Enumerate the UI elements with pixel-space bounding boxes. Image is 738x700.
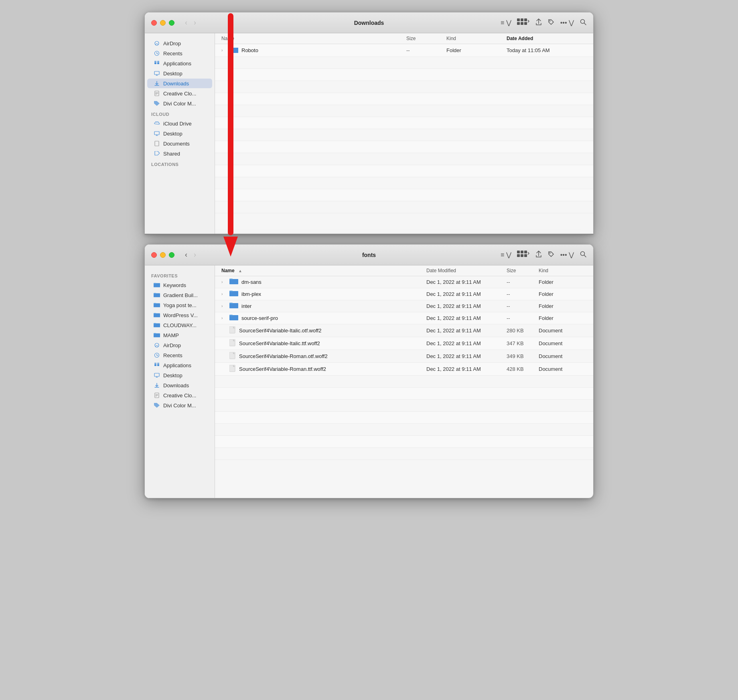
file-icon-6: [229, 352, 236, 360]
file-row-4[interactable]: SourceSerif4Variable-Italic.otf.woff2 De…: [215, 324, 593, 337]
sidebar-label-downloads-2: Downloads: [163, 382, 189, 388]
search-icon-2[interactable]: [580, 251, 587, 259]
sidebar-item-divi-2[interactable]: Divi Color M...: [147, 401, 212, 410]
file-row-3[interactable]: › source-serif-pro Dec 1, 2022 at 9:11 A…: [215, 312, 593, 324]
date-modified-5: Dec 1, 2022 at 9:11 AM: [426, 340, 507, 346]
sidebar-item-icloud-drive-1[interactable]: iCloud Drive: [147, 119, 212, 128]
expand-arrow-3[interactable]: ›: [221, 316, 226, 320]
desktop-icon-2: [154, 372, 160, 378]
sidebar-label-applications-2: Applications: [163, 362, 191, 368]
svg-rect-53: [154, 333, 156, 334]
sidebar-item-keywords[interactable]: Keywords: [147, 280, 212, 290]
file-row-1[interactable]: › ibm-plex Dec 1, 2022 at 9:11 AM -- Fol…: [215, 288, 593, 300]
more-icon-2[interactable]: ••• ⋁: [560, 251, 574, 259]
close-button-2[interactable]: [151, 252, 157, 258]
sidebar-item-applications-1[interactable]: Applications: [147, 59, 212, 68]
sidebar-item-mamp[interactable]: MAMP: [147, 330, 212, 340]
date-modified-4: Dec 1, 2022 at 9:11 AM: [426, 328, 507, 334]
sidebar-item-recents-1[interactable]: Recents: [147, 49, 212, 58]
sidebar-item-wordpress[interactable]: WordPress V...: [147, 310, 212, 320]
sidebar-item-yoga[interactable]: Yoga post te...: [147, 300, 212, 310]
window-title-2: fonts: [362, 252, 376, 258]
expand-arrow-0[interactable]: ›: [221, 280, 226, 284]
file-row-roboto[interactable]: › Roboto -- Fold: [215, 44, 593, 57]
sidebar-item-downloads-2[interactable]: Downloads: [147, 380, 212, 390]
kind-7: Document: [539, 366, 587, 372]
expand-arrow-1[interactable]: ›: [221, 292, 226, 296]
back-button-1[interactable]: ‹: [182, 18, 190, 28]
sidebar-item-creative-1[interactable]: Creative Clo...: [147, 89, 212, 98]
svg-rect-37: [521, 254, 523, 257]
file-icon-5: [229, 339, 236, 348]
desktop-icon-1: [154, 70, 160, 77]
kind-2: Folder: [539, 303, 587, 309]
sidebar-label-airdrop-2: AirDrop: [163, 342, 181, 348]
shared-icon-1: [154, 150, 160, 157]
sidebar-item-desktop-1[interactable]: Desktop: [147, 69, 212, 78]
close-button-1[interactable]: [151, 20, 157, 26]
sidebar-item-airdrop-2[interactable]: AirDrop: [147, 340, 212, 350]
forward-button-2[interactable]: ›: [191, 250, 199, 260]
more-icon-1[interactable]: ••• ⋁: [560, 19, 574, 26]
size-roboto: --: [406, 47, 446, 53]
file-label-2: inter: [241, 303, 251, 309]
sidebar-item-gradient-buil[interactable]: Gradient Buil...: [147, 290, 212, 300]
sidebar-label-icloud-drive-1: iCloud Drive: [163, 121, 192, 127]
list-view-icon-2[interactable]: ≡ ⋁: [501, 251, 511, 259]
sidebar-item-applications-2[interactable]: Applications: [147, 360, 212, 370]
sidebar-item-desktop-2[interactable]: Desktop: [147, 370, 212, 380]
svg-point-39: [549, 252, 550, 253]
sidebar-item-documents-1[interactable]: Documents: [147, 139, 212, 148]
sidebar-item-divi-1[interactable]: Divi Color M...: [147, 99, 212, 108]
file-list-2: Name ▲ Date Modified Size Kind › dm-sans…: [215, 265, 593, 498]
search-icon-1[interactable]: [580, 18, 587, 27]
empty-row: [215, 165, 593, 177]
empty-row-2e: [215, 424, 593, 436]
file-row-5[interactable]: SourceSerif4Variable-Italic.ttf.woff2 De…: [215, 337, 593, 350]
date-modified-7: Dec 1, 2022 at 9:11 AM: [426, 366, 507, 372]
sidebar-item-icloud-desktop-1[interactable]: Desktop: [147, 129, 212, 138]
applications-icon-1: [154, 60, 160, 67]
grid-view-icon-1[interactable]: [517, 18, 530, 27]
empty-row: [215, 69, 593, 81]
gradient-folder-icon: [154, 292, 160, 298]
file-row-7[interactable]: SourceSerif4Variable-Roman.ttf.woff2 Dec…: [215, 363, 593, 376]
creative-icon-2: [154, 392, 160, 399]
file-row-6[interactable]: SourceSerif4Variable-Roman.otf.woff2 Dec…: [215, 350, 593, 363]
sidebar-item-airdrop-1[interactable]: AirDrop: [147, 38, 212, 48]
maximize-button-2[interactable]: [169, 252, 174, 258]
sidebar-label-wordpress: WordPress V...: [163, 312, 198, 318]
empty-row: [215, 81, 593, 93]
size-2: --: [507, 303, 539, 309]
sidebar-item-cloudway[interactable]: CLOUDWAY...: [147, 320, 212, 330]
svg-rect-3: [521, 18, 523, 21]
file-row-2[interactable]: › inter Dec 1, 2022 at 9:11 AM -- Folder: [215, 300, 593, 312]
col-date-modified-2: Date Modified: [426, 268, 507, 273]
forward-button-1[interactable]: ›: [191, 18, 199, 28]
expand-arrow-2[interactable]: ›: [221, 304, 226, 308]
col-kind-2: Kind: [539, 268, 587, 273]
file-label-7: SourceSerif4Variable-Roman.ttf.woff2: [239, 366, 326, 372]
share-icon-2[interactable]: [535, 251, 542, 259]
sidebar-item-downloads-1[interactable]: Downloads: [147, 79, 212, 88]
size-3: --: [507, 315, 539, 321]
share-icon-1[interactable]: [535, 18, 542, 27]
list-view-icon-1[interactable]: ≡ ⋁: [501, 19, 511, 26]
minimize-button-2[interactable]: [160, 252, 166, 258]
sidebar-item-shared-1[interactable]: Shared: [147, 149, 212, 158]
maximize-button-1[interactable]: [169, 20, 174, 26]
grid-view-icon-2[interactable]: [517, 251, 530, 259]
tag-icon-1[interactable]: [547, 18, 555, 27]
sidebar-item-recents-2[interactable]: Recents: [147, 350, 212, 360]
file-list-1: Name Size Kind Date Added ›: [215, 33, 593, 234]
airdrop-icon-2: [154, 342, 160, 348]
sidebar-item-creative-2[interactable]: Creative Clo...: [147, 390, 212, 400]
minimize-button-1[interactable]: [160, 20, 166, 26]
file-icon-7: [229, 365, 236, 373]
svg-rect-49: [154, 313, 156, 314]
tag-icon-2[interactable]: [547, 251, 555, 259]
file-row-0[interactable]: › dm-sans Dec 1, 2022 at 9:11 AM -- Fold…: [215, 276, 593, 288]
back-button-2[interactable]: ‹: [182, 250, 190, 260]
expand-arrow-roboto[interactable]: ›: [221, 48, 226, 53]
svg-rect-58: [154, 364, 156, 366]
